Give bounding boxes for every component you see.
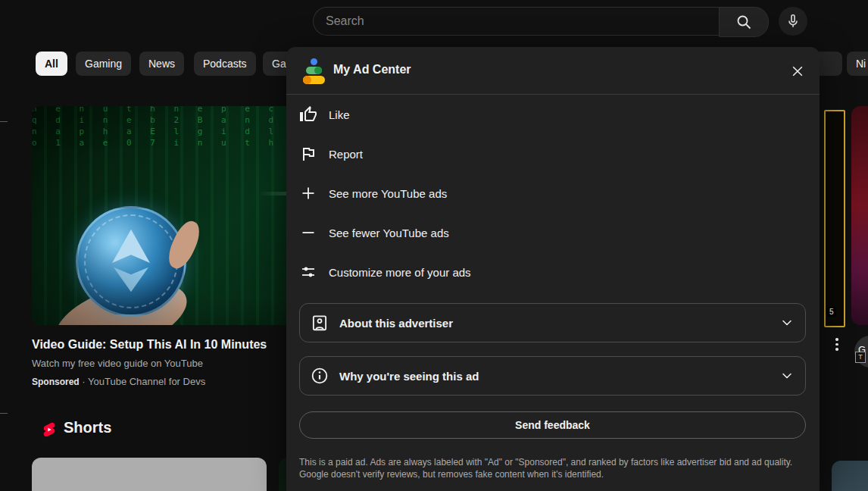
shorts-thumbnail-3[interactable] — [832, 461, 868, 491]
right-video-thumbnail-gold[interactable]: 5 — [824, 110, 845, 327]
card-label: Why you're seeing this ad — [339, 370, 479, 383]
menu-item-label: Like — [329, 108, 350, 121]
menu-item-report[interactable]: Report — [286, 134, 820, 174]
voice-search-button[interactable] — [779, 7, 807, 36]
close-icon — [790, 64, 805, 79]
paid-ad-disclaimer: This is a paid ad. Ads are always labele… — [299, 456, 801, 480]
microphone-icon — [785, 13, 801, 30]
duration-badge: 5 — [827, 307, 836, 317]
channel-badge: T — [855, 352, 866, 363]
info-icon — [310, 366, 329, 386]
menu-item-label: See fewer YouTube ads — [329, 227, 449, 239]
byline-separator: · — [82, 376, 85, 387]
shorts-section-title: Shorts — [64, 419, 111, 436]
left-edge-tick-top — [0, 121, 8, 122]
sponsored-label: Sponsored — [32, 377, 80, 387]
menu-item-label: Customize more of your ads — [329, 266, 471, 279]
shorts-icon — [41, 420, 58, 439]
flag-icon — [299, 145, 317, 163]
ad-video-description: Watch my free video guide on YouTube — [32, 358, 203, 369]
advertiser-icon — [310, 313, 329, 333]
plus-icon — [299, 184, 317, 202]
search-button[interactable] — [719, 7, 769, 37]
my-ad-center-logo-icon — [303, 58, 326, 84]
right-video-thumbnail-red[interactable] — [851, 106, 868, 325]
chip-partial-right[interactable]: Ni — [847, 52, 868, 76]
ad-video-byline: Sponsored · YouTube Channel for Devs — [32, 376, 205, 387]
about-this-advertiser-card[interactable]: About this advertiser — [299, 303, 806, 342]
thumb-up-icon — [299, 105, 317, 124]
chevron-down-icon — [779, 368, 795, 383]
sliders-icon — [299, 263, 317, 281]
modal-title: My Ad Center — [333, 63, 411, 77]
chip-podcasts[interactable]: Podcasts — [194, 52, 256, 76]
menu-item-like[interactable]: Like — [286, 95, 820, 134]
chevron-down-icon — [779, 315, 795, 330]
video-options-kebab-icon[interactable] — [832, 338, 841, 355]
menu-item-label: Report — [329, 148, 363, 161]
search-input[interactable] — [313, 7, 719, 36]
search-bar — [313, 7, 769, 36]
ad-video-title[interactable]: Video Guide: Setup This AI In 10 Minutes — [32, 338, 286, 352]
shorts-thumbnail-1[interactable] — [32, 458, 267, 491]
chip-all[interactable]: All — [36, 52, 67, 76]
menu-item-see-fewer-ads[interactable]: See fewer YouTube ads — [286, 213, 820, 252]
minus-icon — [299, 224, 317, 242]
why-seeing-ad-card[interactable]: Why you're seeing this ad — [299, 356, 806, 396]
card-label: About this advertiser — [339, 317, 453, 330]
my-ad-center-modal: My Ad Center Like Report S — [286, 47, 820, 491]
advertiser-name[interactable]: YouTube Channel for Devs — [88, 376, 205, 387]
menu-item-customize-ads[interactable]: Customize more of your ads — [286, 252, 820, 292]
close-button[interactable] — [788, 61, 807, 81]
left-edge-tick-bottom — [0, 413, 8, 414]
send-feedback-button[interactable]: Send feedback — [299, 411, 806, 439]
chip-gaming[interactable]: Gaming — [76, 52, 131, 76]
search-icon — [735, 13, 753, 31]
menu-item-label: See more YouTube ads — [329, 187, 447, 200]
chip-news[interactable]: News — [139, 52, 184, 76]
menu-item-see-more-ads[interactable]: See more YouTube ads — [286, 174, 820, 213]
